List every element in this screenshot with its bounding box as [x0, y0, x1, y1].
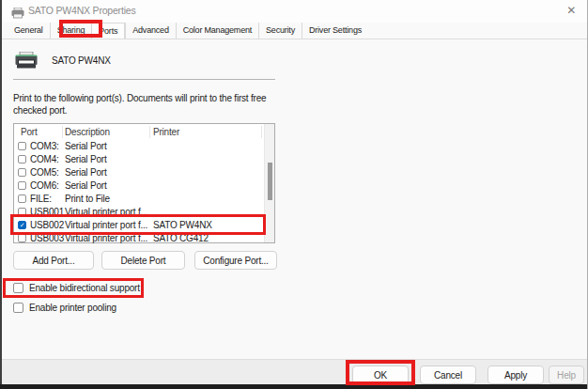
port-cell: FILE: [30, 194, 52, 204]
description-cell: Print to File [65, 194, 110, 204]
printer-pooling-label: Enable printer pooling [29, 303, 116, 313]
tab-advanced[interactable]: Advanced [125, 23, 175, 39]
port-list-rows: COM3: Serial Port COM4: Serial Port COM5… [14, 140, 264, 245]
port-cell: COM3: [30, 141, 59, 151]
port-checkbox[interactable]: ✓ [18, 221, 26, 229]
printer-cell: SATO PW4NX [153, 220, 212, 230]
port-checkbox[interactable] [18, 194, 26, 203]
port-checkbox[interactable] [18, 234, 26, 242]
bidirectional-checkbox[interactable] [13, 283, 23, 293]
port-checkbox[interactable] [18, 181, 26, 190]
column-divider [149, 126, 150, 138]
description-cell: Serial Port [65, 180, 107, 191]
port-list: PortDescriptionPrinter COM3: Serial Port… [13, 123, 275, 243]
cancel-button[interactable]: Cancel [420, 366, 476, 384]
port-cell: USB003 [30, 233, 64, 243]
dialog-footer: OK Cancel Apply Help [0, 359, 588, 384]
column-header-printer[interactable]: Printer [153, 127, 179, 137]
tab-driver-settings[interactable]: Driver Settings [302, 23, 368, 39]
description-cell: Serial Port [65, 154, 107, 164]
port-row-file[interactable]: FILE: Print to File [14, 193, 264, 206]
printer-properties-dialog: SATO PW4NX Properties ✕ GeneralSharingPo… [0, 0, 588, 389]
port-checkbox[interactable] [18, 168, 26, 177]
delete-port-button[interactable]: Delete Port [101, 251, 185, 270]
port-row-usb001[interactable]: USB001 Virtual printer port f... [14, 206, 264, 219]
description-cell: Serial Port [65, 167, 107, 178]
window-title: SATO PW4NX Properties [28, 5, 135, 16]
tab-sharing[interactable]: Sharing [50, 23, 92, 39]
port-row-com6[interactable]: COM6: Serial Port [14, 179, 264, 193]
tab-general[interactable]: General [8, 23, 50, 39]
scrollbar-thumb[interactable] [268, 163, 272, 200]
printer-device-icon [15, 52, 38, 73]
description-cell: Serial Port [65, 141, 107, 151]
port-cell: COM5: [30, 167, 59, 178]
port-checkbox[interactable] [18, 208, 26, 216]
apply-button[interactable]: Apply [487, 366, 544, 384]
scrollbar[interactable] [264, 124, 274, 242]
window-edge [0, 0, 2, 389]
bidirectional-label: Enable bidirectional support [29, 283, 140, 293]
port-cell: USB002 [30, 220, 64, 230]
port-row-com3[interactable]: COM3: Serial Port [14, 140, 264, 153]
titlebar: SATO PW4NX Properties ✕ [2, 0, 587, 23]
description-cell: Virtual printer port f... [65, 220, 147, 230]
port-row-com4[interactable]: COM4: Serial Port [14, 153, 264, 166]
port-checkbox[interactable] [18, 155, 26, 163]
add-port-button[interactable]: Add Port... [13, 251, 94, 270]
column-divider [261, 126, 262, 138]
port-cell: COM6: [30, 180, 59, 191]
column-header-port[interactable]: Port [21, 127, 38, 137]
printer-icon [11, 6, 24, 23]
printer-pooling-checkbox[interactable] [13, 303, 23, 313]
close-icon[interactable]: ✕ [566, 4, 576, 17]
port-checkbox[interactable] [18, 142, 26, 150]
description-cell: Virtual printer port f... [65, 233, 147, 243]
window-edge [0, 384, 588, 389]
description-cell: Virtual printer port f... [65, 207, 147, 217]
intro-text: Print to the following port(s). Document… [13, 92, 297, 117]
tab-ports[interactable]: Ports [91, 23, 125, 39]
printer-name: SATO PW4NX [52, 55, 111, 66]
printer-cell: SATO CG412 [153, 233, 209, 243]
port-row-usb002[interactable]: ✓ USB002 Virtual printer port f... SATO … [14, 219, 264, 232]
port-cell: COM4: [30, 154, 59, 164]
tab-color-management[interactable]: Color Management [176, 23, 258, 39]
port-row-com5[interactable]: COM5: Serial Port [14, 166, 264, 179]
tab-divider [0, 39, 588, 39]
section-divider [13, 79, 275, 80]
help-button: Help [549, 366, 584, 384]
port-list-header: PortDescriptionPrinter [14, 124, 274, 140]
tab-security[interactable]: Security [258, 23, 302, 39]
column-divider [62, 126, 63, 138]
port-row-usb003[interactable]: USB003 Virtual printer port f... SATO CG… [14, 232, 264, 245]
tabstrip: GeneralSharingPortsAdvancedColor Managem… [8, 23, 368, 39]
port-cell: USB001 [30, 207, 64, 217]
column-header-description[interactable]: Description [65, 127, 110, 137]
ok-button[interactable]: OK [352, 366, 409, 384]
configure-port-button[interactable]: Configure Port... [194, 251, 277, 270]
